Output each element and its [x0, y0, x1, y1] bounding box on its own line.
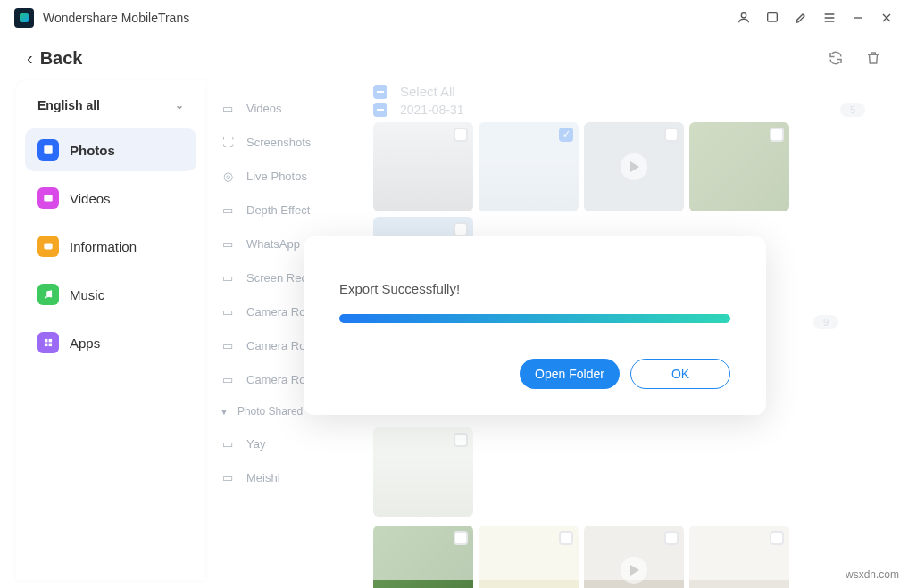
titlebar: Wondershare MobileTrans [0, 0, 908, 36]
thumb-checkbox[interactable] [664, 128, 679, 142]
album-item[interactable]: ▭Meishi [205, 460, 366, 494]
photo-thumbnail[interactable] [373, 526, 473, 588]
sidebar: English all ⌄ Photos Videos Information … [16, 80, 205, 580]
svg-rect-3 [44, 195, 52, 202]
sidebar-item-information[interactable]: Information [25, 225, 196, 268]
count-badge: 9 [813, 315, 838, 329]
date-label: 2021-08-31 [400, 103, 464, 117]
photo-icon [37, 139, 59, 161]
sidebar-item-label: Photos [70, 143, 115, 158]
select-all-checkbox[interactable] [373, 85, 387, 99]
video-thumbnail[interactable] [584, 526, 684, 588]
dialog-title: Export Successfully! [339, 281, 730, 296]
back-label: Back [40, 48, 83, 69]
progress-bar [339, 314, 730, 323]
thumb-checkbox[interactable] [770, 128, 784, 142]
close-icon[interactable] [879, 11, 894, 25]
svg-point-5 [45, 296, 46, 298]
sidebar-item-label: Information [70, 239, 137, 254]
album-item[interactable]: ▭Depth Effect [205, 193, 366, 227]
app-logo [14, 8, 34, 28]
account-icon[interactable] [737, 11, 751, 25]
cameraroll-icon: ▭ [220, 337, 236, 353]
triangle-down-icon: ▼ [220, 407, 229, 417]
trash-icon[interactable] [865, 50, 881, 66]
count-badge: 5 [840, 103, 865, 117]
sidebar-item-label: Videos [70, 191, 111, 206]
edit-icon[interactable] [794, 11, 808, 25]
chevron-down-icon: ⌄ [175, 99, 184, 112]
svg-rect-12 [377, 109, 384, 111]
screenshot-icon: ⛶ [220, 134, 236, 150]
music-icon [37, 284, 59, 305]
thumb-checkbox[interactable] [454, 433, 468, 447]
play-icon [621, 557, 647, 584]
shared-icon: ▭ [220, 435, 236, 451]
video-thumbnail[interactable] [584, 122, 684, 211]
thumb-checkbox[interactable] [770, 531, 784, 545]
header: ‹ Back [0, 36, 908, 80]
thumb-checkbox[interactable] [454, 128, 468, 142]
sidebar-item-apps[interactable]: Apps [25, 321, 196, 364]
svg-rect-8 [49, 339, 53, 343]
app-title: Wondershare MobileTrans [43, 11, 189, 25]
thumb-checkbox[interactable] [664, 531, 679, 545]
depth-icon: ▭ [220, 202, 236, 218]
photo-thumbnail[interactable] [689, 526, 789, 588]
svg-rect-7 [45, 339, 48, 343]
feedback-icon[interactable] [765, 11, 779, 25]
svg-rect-11 [377, 91, 384, 93]
date-checkbox[interactable] [373, 103, 387, 117]
album-item[interactable]: ▭Videos [205, 91, 366, 125]
ok-button[interactable]: OK [630, 359, 730, 389]
sidebar-item-music[interactable]: Music [25, 273, 196, 316]
album-item[interactable]: ▭Yay [205, 427, 366, 460]
watermark: wsxdn.com [846, 568, 899, 581]
livephoto-icon: ◎ [220, 168, 236, 184]
chevron-left-icon: ‹ [27, 48, 33, 69]
dropdown-label: English all [37, 98, 100, 112]
menu-icon[interactable] [822, 11, 837, 25]
sidebar-item-videos[interactable]: Videos [25, 177, 196, 219]
svg-rect-2 [44, 145, 52, 153]
info-icon [37, 236, 59, 257]
svg-point-6 [50, 295, 52, 297]
apps-icon [37, 332, 59, 353]
cameraroll-icon: ▭ [220, 303, 236, 319]
thumb-checkbox[interactable] [559, 531, 573, 545]
cameraroll-icon: ▭ [220, 371, 236, 387]
svg-rect-9 [45, 344, 48, 347]
export-success-dialog: Export Successfully! Open Folder OK [304, 236, 766, 415]
thumb-checkbox[interactable] [454, 222, 468, 236]
thumb-checkbox[interactable] [559, 128, 573, 142]
album-item[interactable]: ◎Live Photos [205, 159, 366, 193]
photo-thumbnail[interactable] [479, 122, 579, 211]
svg-point-0 [741, 13, 746, 18]
video-icon [37, 187, 59, 209]
device-dropdown[interactable]: English all ⌄ [25, 91, 196, 120]
photo-thumbnail[interactable] [373, 122, 473, 211]
sidebar-item-photos[interactable]: Photos [25, 128, 196, 171]
svg-rect-10 [49, 344, 53, 347]
refresh-icon[interactable] [828, 50, 844, 66]
photo-thumbnail[interactable] [689, 122, 789, 211]
open-folder-button[interactable]: Open Folder [520, 359, 620, 389]
album-item[interactable]: ⛶Screenshots [205, 125, 366, 159]
thumb-checkbox[interactable] [454, 531, 468, 545]
minimize-icon[interactable] [851, 11, 865, 25]
whatsapp-icon: ▭ [220, 236, 236, 252]
photo-thumbnail[interactable] [479, 526, 579, 588]
recorder-icon: ▭ [220, 269, 236, 286]
back-button[interactable]: ‹ Back [27, 48, 82, 69]
svg-rect-1 [768, 13, 778, 21]
svg-rect-4 [44, 244, 52, 250]
sidebar-item-label: Apps [70, 335, 100, 351]
photo-thumbnail[interactable] [373, 427, 473, 517]
play-icon [621, 153, 647, 180]
shared-icon: ▭ [220, 469, 236, 485]
video-icon: ▭ [220, 100, 236, 116]
select-all-label: Select All [400, 84, 455, 99]
sidebar-item-label: Music [70, 287, 104, 302]
